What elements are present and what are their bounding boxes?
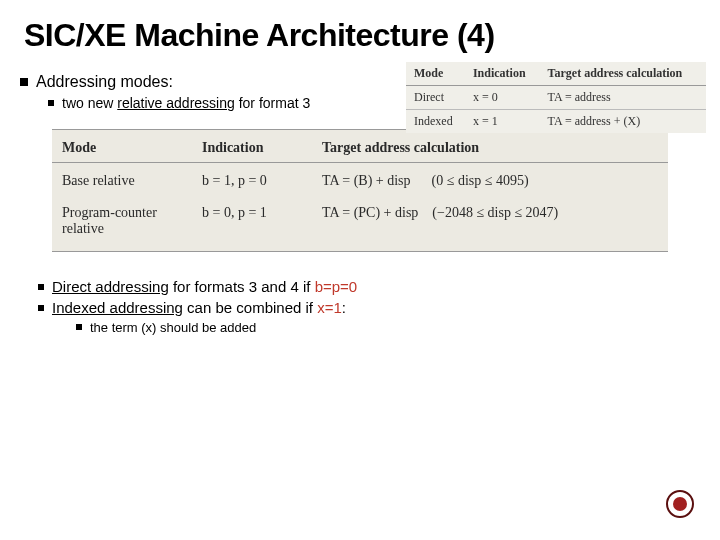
bullet-text-pre: two new (62, 95, 117, 111)
col-indication: Indication (192, 130, 312, 163)
bullet-text-red: b=p=0 (315, 278, 358, 295)
circle-icon (673, 497, 687, 511)
col-calc: Target address calculation (312, 130, 668, 163)
col-calc: Target address calculation (540, 62, 706, 86)
bullet-text-post: for format 3 (235, 95, 310, 111)
bullet-text-post: : (342, 299, 346, 316)
bullet-text: the term (x) should be added (90, 320, 256, 335)
col-mode: Mode (406, 62, 465, 86)
cell-calc: TA = address (540, 86, 706, 110)
cell-mode: Base relative (52, 163, 192, 200)
cell-indication: x = 0 (465, 86, 540, 110)
cell-mode: Direct (406, 86, 465, 110)
bullet-text: Addressing modes: (36, 73, 173, 90)
list-item: the term (x) should be added (76, 320, 700, 335)
table-header-row: Mode Indication Target address calculati… (406, 62, 706, 86)
cell-range: (−2048 ≤ disp ≤ 2047) (432, 205, 558, 220)
table-row: Program-counter relative b = 0, p = 1 TA… (52, 199, 668, 251)
cell-indication: b = 0, p = 1 (192, 199, 312, 251)
list-item: Direct addressing for formats 3 and 4 if… (38, 278, 700, 295)
list-item: Indexed addressing can be combined if x=… (38, 299, 700, 316)
bullet-icon (38, 305, 44, 311)
cell-range: (0 ≤ disp ≤ 4095) (432, 173, 529, 188)
table-row: Direct x = 0 TA = address (406, 86, 706, 110)
bullet-text-red: x=1 (317, 299, 342, 316)
page-title: SIC/XE Machine Architecture (4) (0, 0, 720, 61)
cell-calc: TA = address + (X) (540, 110, 706, 134)
bullet-icon (76, 324, 82, 330)
cell-calc: TA = (B) + disp (0 ≤ disp ≤ 4095) (312, 163, 668, 200)
bullet-icon (48, 100, 54, 106)
slide-decoration-icon (666, 490, 694, 518)
bullet-text-underline: Direct addressing (52, 278, 169, 295)
cell-mode: Indexed (406, 110, 465, 134)
table-row: Base relative b = 1, p = 0 TA = (B) + di… (52, 163, 668, 200)
bullet-text-mid: can be combined if (183, 299, 317, 316)
col-indication: Indication (465, 62, 540, 86)
cell-mode: Program-counter relative (52, 199, 192, 251)
relative-addressing-table: Mode Indication Target address calculati… (52, 129, 668, 252)
bullet-list-lower: Direct addressing for formats 3 and 4 if… (0, 268, 720, 335)
mini-addressing-table: Mode Indication Target address calculati… (406, 62, 706, 133)
cell-indication: b = 1, p = 0 (192, 163, 312, 200)
cell-calc-expr: TA = (B) + disp (322, 173, 411, 188)
bullet-text-underline: Indexed addressing (52, 299, 183, 316)
bullet-icon (20, 78, 28, 86)
bullet-text-underline: relative addressing (117, 95, 235, 111)
bullet-icon (38, 284, 44, 290)
table-row: Indexed x = 1 TA = address + (X) (406, 110, 706, 134)
col-mode: Mode (52, 130, 192, 163)
table-header-row: Mode Indication Target address calculati… (52, 130, 668, 163)
cell-calc: TA = (PC) + disp (−2048 ≤ disp ≤ 2047) (312, 199, 668, 251)
cell-indication: x = 1 (465, 110, 540, 134)
cell-calc-expr: TA = (PC) + disp (322, 205, 418, 220)
bullet-text-mid: for formats 3 and 4 if (169, 278, 315, 295)
